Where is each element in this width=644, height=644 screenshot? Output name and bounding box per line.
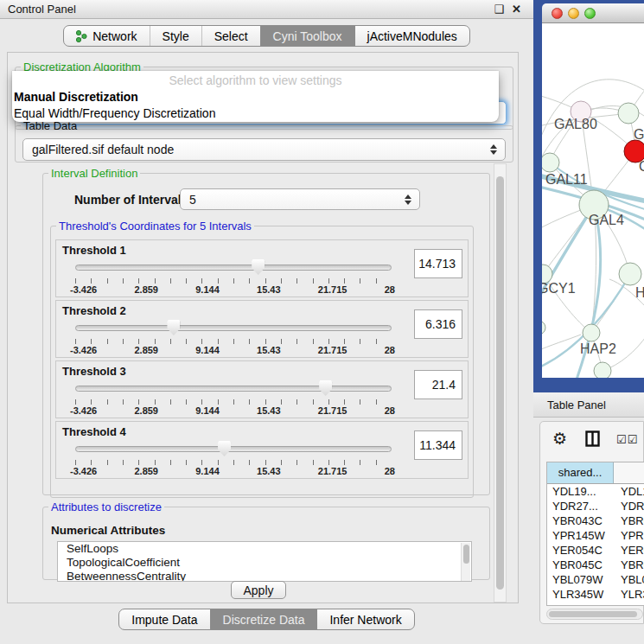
thresholds-group: Threshold's Coordinates for 5 Intervals … xyxy=(50,220,474,498)
slider-ticks xyxy=(75,339,392,344)
node-gal4[interactable] xyxy=(579,190,609,220)
scrollbar-thumb[interactable] xyxy=(549,611,637,617)
table-row[interactable]: YDR27...YDR2 xyxy=(547,499,644,513)
zoom-traffic-icon[interactable] xyxy=(584,8,596,19)
tick-label: -3.426 xyxy=(70,284,97,295)
column-header-name[interactable]: n xyxy=(614,462,644,483)
panel-scrollbar[interactable] xyxy=(494,163,507,603)
tick-label: 28 xyxy=(385,466,395,476)
slider-thumb[interactable] xyxy=(218,441,231,456)
number-of-intervals-combo[interactable]: 5 xyxy=(180,188,420,210)
tab-cyni-toolbox[interactable]: Cyni Toolbox xyxy=(260,26,354,46)
list-item[interactable]: BetweennessCentrality xyxy=(58,570,471,582)
table-row[interactable]: YIL053CYIL0 xyxy=(547,602,644,606)
threshold-slider[interactable]: -3.426 2.859 9.144 15.43 21.715 28 xyxy=(75,258,392,296)
table-horizontal-scrollbar[interactable] xyxy=(546,609,643,620)
group-title: Threshold's Coordinates for 5 Intervals xyxy=(56,220,254,233)
tick-label: -3.426 xyxy=(70,466,97,476)
tick-label: 21.715 xyxy=(318,405,348,416)
table-header-row: shared... n xyxy=(547,462,644,484)
table-data-combo[interactable]: galFiltered.sif default node xyxy=(22,138,506,161)
table-row[interactable]: YDL19...YDL1 xyxy=(547,484,644,499)
gear-icon[interactable]: ⚙ xyxy=(552,429,567,449)
table-row[interactable]: YLR345WYLR3 xyxy=(547,587,644,602)
tick-label: 28 xyxy=(385,284,395,295)
number-of-intervals-value: 5 xyxy=(189,193,196,207)
float-icon[interactable]: ❑ xyxy=(494,0,504,19)
threshold-panel: Threshold 3 -3.426 2.859 9.144 15.43 21.… xyxy=(55,360,469,418)
table-panel-titlebar: Table Panel xyxy=(533,392,644,418)
tab-select[interactable]: Select xyxy=(201,26,260,46)
select-columns-icon[interactable]: ☑☑ xyxy=(616,433,638,446)
threshold-slider[interactable]: -3.426 2.859 9.144 15.43 21.715 28 xyxy=(75,318,392,356)
threshold-label: Threshold 1 xyxy=(62,244,126,257)
threshold-panel: Threshold 1 -3.426 2.859 9.144 15.43 21.… xyxy=(55,239,469,297)
table-row[interactable]: YBR043CYBR0 xyxy=(547,513,644,528)
tick-label: 9.144 xyxy=(195,405,220,416)
node-hap2[interactable] xyxy=(583,324,600,341)
column-header-shared-name[interactable]: shared... xyxy=(547,462,614,483)
slider-track[interactable] xyxy=(75,325,392,331)
tab-style[interactable]: Style xyxy=(150,26,201,46)
table-panel: ⚙ ☑☑ shared... n YDL19...YDL1 YDR27...YD… xyxy=(539,421,644,624)
close-traffic-icon[interactable] xyxy=(552,8,563,19)
network-window-titlebar xyxy=(542,3,644,23)
list-item[interactable]: SelfLoops xyxy=(58,542,471,556)
slider-thumb[interactable] xyxy=(167,320,180,335)
table-row[interactable]: YPR145WYPR1 xyxy=(547,528,644,543)
dropdown-option-equal-width[interactable]: Equal Width/Frequency Discretization xyxy=(12,105,499,122)
attributes-list[interactable]: SelfLoops TopologicalCoefficient Between… xyxy=(57,541,472,582)
slider-track[interactable] xyxy=(75,446,392,452)
network-canvas[interactable]: GAL80 G C GAL11 GAL4 GCY1 H HAP2 xyxy=(542,23,644,378)
slider-thumb[interactable] xyxy=(319,380,332,396)
tick-label: 21.715 xyxy=(318,466,348,476)
tab-network[interactable]: Network xyxy=(64,26,149,46)
tick-label: 2.859 xyxy=(134,405,158,416)
table-row[interactable]: YBL079WYBL0 xyxy=(547,572,644,587)
tab-label: Network xyxy=(92,29,137,43)
node-table[interactable]: shared... n YDL19...YDL1 YDR27...YDR2 YB… xyxy=(546,462,644,606)
slider-ticks xyxy=(75,399,392,405)
columns-icon[interactable] xyxy=(585,430,600,450)
close-icon[interactable]: ✕ xyxy=(512,0,521,19)
tick-label: 28 xyxy=(385,345,395,355)
node-left-small[interactable] xyxy=(542,321,545,335)
table-row[interactable]: YER054CYER0 xyxy=(547,543,644,558)
tick-label: 2.859 xyxy=(134,284,158,295)
slider-track[interactable] xyxy=(75,386,392,392)
control-panel-title: Control Panel xyxy=(8,3,76,16)
apply-button[interactable]: Apply xyxy=(231,581,286,599)
node-gcy1[interactable] xyxy=(542,265,552,284)
dropdown-option-manual[interactable]: Manual Discretization xyxy=(12,89,499,105)
slider-thumb[interactable] xyxy=(252,259,265,275)
threshold-slider[interactable]: -3.426 2.859 9.144 15.43 21.715 28 xyxy=(75,379,392,417)
node-gal11[interactable] xyxy=(542,153,559,172)
tick-label: 15.43 xyxy=(257,284,281,295)
table-row[interactable]: YBR045CYBR0 xyxy=(547,558,644,572)
threshold-value-input[interactable] xyxy=(414,309,462,339)
tab-impute-data[interactable]: Impute Data xyxy=(119,609,209,629)
tick-label: 15.43 xyxy=(257,405,281,416)
node-top-right[interactable] xyxy=(618,103,639,124)
node-selected-red[interactable] xyxy=(624,140,644,163)
list-item[interactable]: TopologicalCoefficient xyxy=(58,556,471,570)
scrollbar-thumb[interactable] xyxy=(496,176,504,590)
node-bottom[interactable] xyxy=(594,362,611,378)
tab-jactivemnodules[interactable]: jActiveMNodules xyxy=(354,26,469,46)
tab-discretize-data[interactable]: Discretize Data xyxy=(210,609,317,629)
slider-track[interactable] xyxy=(75,265,392,271)
slider-ticks xyxy=(75,278,392,284)
threshold-label: Threshold 3 xyxy=(62,365,126,378)
minimize-traffic-icon[interactable] xyxy=(568,8,579,19)
tab-infer-network[interactable]: Infer Network xyxy=(316,609,413,629)
node-gal80[interactable] xyxy=(571,101,591,122)
node-right[interactable] xyxy=(619,263,641,285)
threshold-value-input[interactable] xyxy=(414,249,462,278)
threshold-slider[interactable]: -3.426 2.859 9.144 15.43 21.715 28 xyxy=(75,439,392,477)
threshold-value-input[interactable] xyxy=(414,370,462,399)
tick-label: 2.859 xyxy=(134,345,158,355)
threshold-panel: Threshold 2 -3.426 2.859 9.144 15.43 21.… xyxy=(55,300,469,358)
tick-label: 2.859 xyxy=(134,466,158,476)
list-scrollbar[interactable] xyxy=(461,543,470,582)
threshold-value-input[interactable] xyxy=(414,430,462,460)
